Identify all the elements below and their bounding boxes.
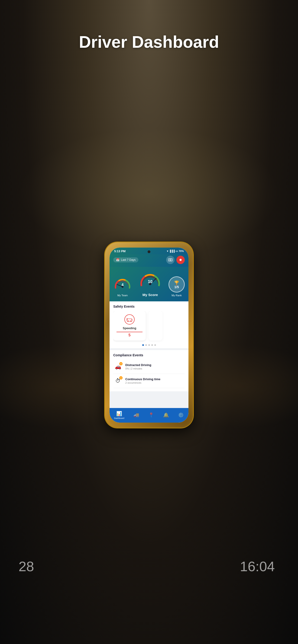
compliance-text-2: Continuous Driving time 2 occurrences (125, 378, 185, 384)
record-button[interactable] (176, 256, 185, 264)
continuous-driving-icon: ⏱ ⚠ (113, 376, 123, 386)
wifi-icon: ▾ (167, 250, 168, 253)
signal-icon: ▐▐▐ (169, 250, 175, 252)
dashboard-icon: 📊 (116, 411, 122, 416)
date-filter-label: Last 7 Days (121, 258, 136, 262)
nav-truck[interactable]: 🚚 (132, 411, 141, 419)
speeding-card[interactable]: Speeding 5 (113, 311, 146, 340)
page-title: Driver Dashboard (79, 32, 219, 52)
score-section: 4 My Team (110, 267, 188, 301)
svg-text:10: 10 (148, 279, 152, 284)
phone-camera (148, 250, 150, 253)
distracted-driving-detail: 0% | 2 minutes (125, 367, 185, 370)
my-score-gauge: 10 My Score (139, 269, 162, 297)
calendar-icon: 📅 (116, 258, 120, 262)
phone-screen: 5:13 PM ▾ ▐▐▐ ▭ 70% 📅 Last 7 Days (110, 248, 188, 422)
continuous-driving-detail: 2 occurrences (125, 381, 185, 384)
bottom-nav: 📊 Dashboard 🚚 📍 🔔 ⚙️ (110, 408, 188, 422)
alert-badge-2: ⚠ (119, 376, 123, 380)
distracted-driving-item[interactable]: 🚗 ⚠ Distracted Driving 0% | 2 minutes (113, 360, 185, 374)
team-gauge-visual: 4 (113, 274, 132, 292)
distracted-driving-name: Distracted Driving (125, 363, 185, 367)
battery-icon: ▭ (175, 250, 178, 253)
rank-label: My Rank (171, 294, 181, 297)
nav-bell[interactable]: 🔔 (161, 411, 171, 419)
dot-3 (148, 344, 150, 346)
speeding-icon (124, 314, 135, 324)
speeding-card-name: Speeding (123, 326, 136, 330)
distracted-driving-icon: 🚗 ⚠ (113, 362, 123, 372)
nav-dashboard[interactable]: 📊 Dashboard (112, 410, 126, 420)
location-icon: 📍 (148, 412, 154, 418)
settings-icon: ⚙️ (178, 412, 184, 418)
dash-number-right: 16:04 (240, 558, 275, 574)
app-header: 📅 Last 7 Days (110, 254, 188, 267)
dot-4 (151, 344, 153, 346)
trophy-icon: 🏆 (174, 280, 179, 285)
continuous-driving-name: Continuous Driving time (125, 378, 185, 381)
bell-icon: 🔔 (163, 412, 169, 418)
safety-events-title: Safety Events (113, 304, 185, 308)
car-camera-button[interactable] (166, 256, 175, 264)
my-rank: 🏆 1/5 My Rank (168, 276, 185, 297)
nav-dashboard-label: Dashboard (114, 417, 124, 419)
safety-events-section: Safety Events (110, 301, 188, 348)
dash-number-left: 28 (19, 558, 34, 574)
phone-device: 5:13 PM ▾ ▐▐▐ ▭ 70% 📅 Last 7 Days (105, 242, 193, 428)
compliance-events-section: Compliance Events 🚗 ⚠ Distracted Driving… (110, 350, 188, 391)
safety-cards-list: Speeding 5 (113, 311, 185, 342)
compliance-events-title: Compliance Events (113, 353, 185, 357)
my-team-gauge: 4 My Team (113, 274, 132, 297)
card-pagination-dots (113, 344, 185, 346)
my-team-label: My Team (117, 294, 128, 297)
rank-value: 1/5 (174, 285, 179, 288)
status-time: 5:13 PM (114, 250, 126, 253)
header-actions (166, 256, 185, 264)
date-filter[interactable]: 📅 Last 7 Days (113, 257, 138, 262)
alert-badge-1: ⚠ (119, 362, 123, 365)
speeding-card-value: 5 (117, 332, 143, 337)
nav-settings[interactable]: ⚙️ (176, 411, 186, 419)
svg-point-1 (170, 259, 171, 260)
my-score-label: My Score (143, 293, 158, 297)
content-area: Safety Events (110, 301, 188, 408)
battery-level: 70% (179, 250, 184, 252)
safety-card-2-partial (149, 311, 162, 340)
dot-1 (142, 344, 144, 346)
svg-point-2 (179, 259, 181, 261)
svg-text:4: 4 (122, 283, 124, 287)
dot-5 (154, 344, 156, 346)
rank-circle: 🏆 1/5 (168, 276, 185, 292)
nav-location[interactable]: 📍 (146, 411, 156, 419)
dot-2 (145, 344, 147, 346)
compliance-text-1: Distracted Driving 0% | 2 minutes (125, 363, 185, 370)
continuous-driving-item[interactable]: ⏱ ⚠ Continuous Driving time 2 occurrence… (113, 374, 185, 388)
truck-icon: 🚚 (133, 412, 139, 418)
score-gauge-visual: 10 (139, 269, 162, 292)
status-icons: ▾ ▐▐▐ ▭ 70% (167, 250, 184, 253)
